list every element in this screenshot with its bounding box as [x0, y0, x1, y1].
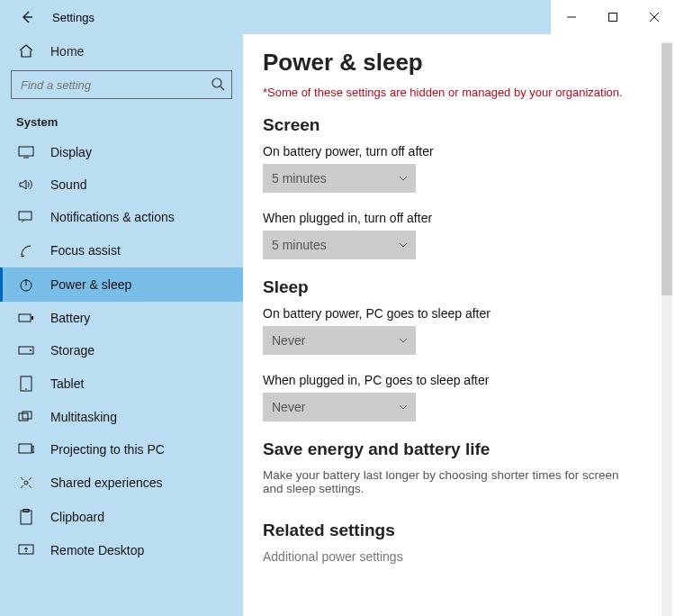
focus-icon	[16, 242, 36, 258]
svg-rect-2	[19, 147, 33, 156]
svg-rect-13	[19, 444, 32, 453]
home-link[interactable]: Home	[0, 34, 243, 65]
search-input[interactable]	[11, 70, 232, 99]
related-heading: Related settings	[263, 521, 639, 540]
screen-battery-label: On battery power, turn off after	[263, 144, 639, 159]
svg-rect-0	[609, 14, 617, 22]
select-value: Never	[272, 400, 305, 414]
shared-icon	[16, 475, 36, 491]
save-energy-desc: Make your battery last longer by choosin…	[263, 468, 639, 495]
svg-rect-11	[19, 413, 28, 421]
sidebar-item-label: Battery	[50, 311, 90, 325]
svg-rect-6	[32, 316, 33, 320]
content: Power & sleep *Some of these settings ar…	[243, 34, 659, 616]
svg-rect-5	[19, 314, 31, 322]
tablet-icon	[16, 376, 36, 392]
sidebar-item-label: Remote Desktop	[50, 543, 144, 557]
chevron-down-icon	[398, 173, 409, 184]
scrollbar[interactable]	[659, 34, 675, 616]
sidebar-item-label: Projecting to this PC	[50, 442, 165, 457]
sidebar-item-label: Notifications & actions	[50, 210, 175, 224]
svg-point-14	[24, 481, 28, 485]
sleep-battery-select[interactable]: Never	[263, 326, 416, 355]
sidebar-item-multitasking[interactable]: Multitasking	[0, 401, 243, 433]
sidebar-item-label: Storage	[50, 343, 94, 358]
sidebar-item-power-sleep[interactable]: Power & sleep	[0, 267, 243, 302]
back-button[interactable]	[13, 10, 41, 24]
storage-icon	[16, 345, 36, 356]
search-icon	[211, 77, 225, 91]
sleep-plugged-label: When plugged in, PC goes to sleep after	[263, 373, 639, 387]
sidebar-item-focus-assist[interactable]: Focus assist	[0, 233, 243, 267]
maximize-button[interactable]	[592, 0, 634, 34]
sidebar-item-projecting[interactable]: Projecting to this PC	[0, 433, 243, 466]
sidebar-item-label: Multitasking	[50, 410, 117, 424]
battery-icon	[16, 313, 36, 323]
minimize-button[interactable]	[551, 0, 592, 34]
screen-plugged-label: When plugged in, turn off after	[263, 211, 639, 225]
screen-heading: Screen	[263, 115, 639, 135]
sidebar-item-label: Power & sleep	[50, 277, 131, 292]
sidebar-item-display[interactable]: Display	[0, 136, 243, 168]
svg-rect-3	[19, 212, 32, 220]
sidebar-item-tablet[interactable]: Tablet	[0, 367, 243, 401]
svg-point-1	[212, 78, 221, 87]
sleep-plugged-select[interactable]: Never	[263, 393, 416, 421]
home-icon	[16, 43, 36, 59]
screen-battery-select[interactable]: 5 minutes	[263, 164, 416, 193]
chevron-down-icon	[398, 402, 409, 412]
sidebar-item-label: Tablet	[50, 376, 84, 391]
sidebar: Home TenForums.com System Display Sound	[0, 34, 243, 616]
chevron-down-icon	[398, 335, 409, 346]
svg-point-10	[25, 388, 27, 390]
sidebar-item-clipboard[interactable]: Clipboard	[0, 500, 243, 534]
select-value: 5 minutes	[272, 171, 327, 186]
select-value: 5 minutes	[272, 238, 327, 252]
sidebar-item-battery[interactable]: Battery	[0, 302, 243, 334]
sidebar-item-label: Sound	[50, 177, 86, 192]
sleep-battery-label: On battery power, PC goes to sleep after	[263, 306, 639, 321]
power-icon	[16, 276, 36, 293]
sidebar-item-label: Clipboard	[50, 510, 104, 524]
scrollbar-thumb[interactable]	[662, 43, 672, 295]
monitor-icon	[16, 146, 36, 159]
notifications-icon	[16, 211, 36, 223]
svg-rect-12	[22, 412, 32, 419]
chevron-down-icon	[398, 240, 409, 250]
sidebar-item-notifications[interactable]: Notifications & actions	[0, 201, 243, 233]
svg-point-8	[30, 349, 32, 351]
sleep-heading: Sleep	[263, 277, 639, 297]
titlebar: Settings	[0, 0, 675, 34]
sound-icon	[16, 178, 36, 191]
managed-note: *Some of these settings are hidden or ma…	[263, 86, 639, 99]
home-label: Home	[50, 44, 84, 59]
sidebar-item-shared-experiences[interactable]: Shared experiences	[0, 466, 243, 500]
clipboard-icon	[16, 509, 36, 525]
sidebar-item-remote-desktop[interactable]: Remote Desktop	[0, 534, 243, 566]
main-pane: Power & sleep *Some of these settings ar…	[243, 34, 675, 616]
sidebar-item-label: Shared experiences	[50, 476, 163, 490]
additional-power-link[interactable]: Additional power settings	[263, 549, 639, 564]
multitasking-icon	[16, 411, 36, 423]
remote-icon	[16, 544, 36, 557]
sidebar-item-label: Display	[50, 145, 92, 159]
close-button[interactable]	[634, 0, 675, 34]
sidebar-item-sound[interactable]: Sound	[0, 168, 243, 201]
save-energy-heading: Save energy and battery life	[263, 439, 639, 459]
window-controls	[551, 0, 675, 34]
window-title: Settings	[52, 11, 94, 24]
nav-list: Display Sound Notifications & actions Fo…	[0, 136, 243, 616]
page-title: Power & sleep	[263, 49, 639, 77]
svg-rect-15	[21, 511, 32, 524]
section-label: System	[0, 108, 243, 136]
screen-plugged-select[interactable]: 5 minutes	[263, 231, 416, 259]
sidebar-item-storage[interactable]: Storage	[0, 334, 243, 367]
sidebar-item-label: Focus assist	[50, 243, 121, 258]
select-value: Never	[272, 333, 305, 348]
project-icon	[16, 443, 36, 456]
